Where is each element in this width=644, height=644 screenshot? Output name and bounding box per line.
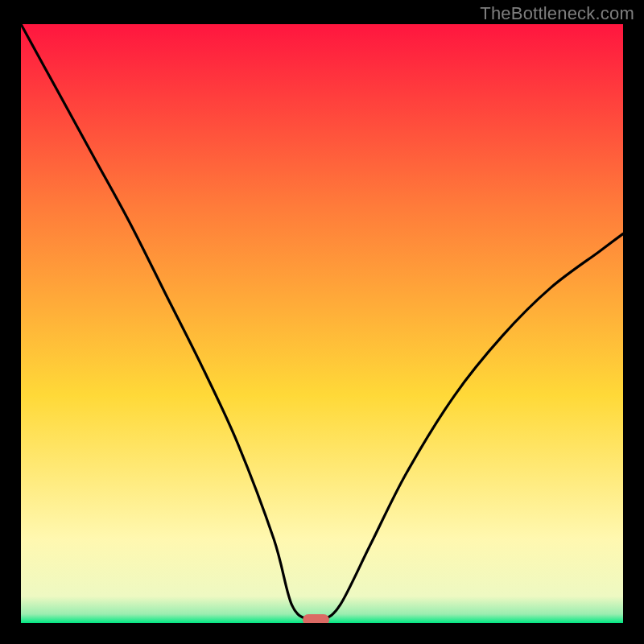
chart-frame: TheBottleneck.com [0,0,644,644]
attribution-text: TheBottleneck.com [480,3,634,24]
chart-svg [21,24,623,623]
optimum-marker [303,614,330,623]
gradient-background [21,24,623,623]
plot-area [21,24,623,623]
